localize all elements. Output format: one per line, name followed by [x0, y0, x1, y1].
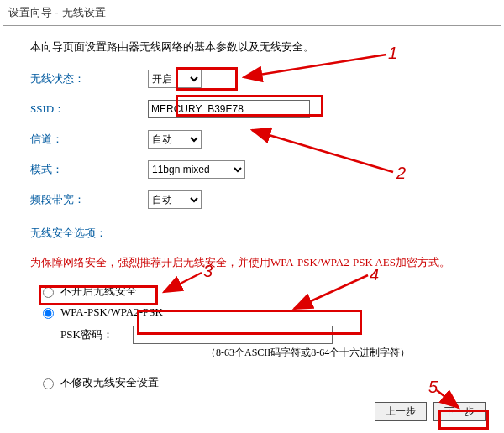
callout-5: 5: [428, 378, 438, 397]
channel-select[interactable]: 自动: [148, 130, 202, 149]
prev-button[interactable]: 上一步: [375, 402, 427, 421]
radio-wpa[interactable]: [43, 308, 54, 319]
label-nochange: 不修改无线安全设置: [60, 375, 159, 390]
callout-4: 4: [370, 265, 379, 284]
label-mode: 模式：: [30, 162, 123, 177]
label-bandwidth: 频段带宽：: [30, 192, 123, 207]
label-psk: PSK密码：: [60, 327, 133, 342]
bandwidth-select[interactable]: 自动: [148, 190, 202, 209]
label-wireless-state: 无线状态：: [30, 71, 123, 86]
security-heading: 无线安全选项：: [30, 226, 474, 241]
security-warning: 为保障网络安全，强烈推荐开启无线安全，并使用WPA-PSK/WPA2-PSK A…: [30, 253, 474, 272]
ssid-input[interactable]: [148, 100, 310, 118]
label-wpa: WPA-PSK/WPA2-PSK: [60, 305, 163, 319]
label-channel: 信道：: [30, 132, 123, 147]
callout-3: 3: [203, 262, 213, 281]
intro-text: 本向导页面设置路由器无线网络的基本参数以及无线安全。: [30, 39, 474, 55]
psk-input[interactable]: [133, 326, 333, 344]
wireless-state-select[interactable]: 开启: [148, 70, 202, 88]
mode-select[interactable]: 11bgn mixed: [148, 160, 245, 179]
label-open: 不开启无线安全: [60, 284, 137, 299]
radio-open[interactable]: [43, 287, 54, 298]
callout-1: 1: [388, 44, 397, 63]
callout-2: 2: [396, 164, 406, 183]
window-title: 设置向导 - 无线设置: [0, 0, 504, 25]
next-button[interactable]: 下一步: [433, 402, 486, 421]
label-ssid: SSID：: [30, 102, 123, 117]
radio-nochange[interactable]: [43, 378, 54, 389]
psk-hint: （8-63个ASCII码字符或8-64个十六进制字符）: [60, 346, 474, 360]
